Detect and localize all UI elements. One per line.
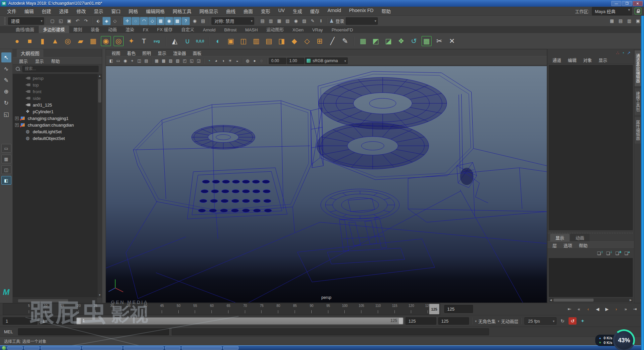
menu-item[interactable]: 变形: [257, 7, 274, 15]
outliner-menu-item[interactable]: 展示: [16, 57, 31, 64]
menu-item[interactable]: 帮助: [378, 7, 394, 15]
selection-mode-icon[interactable]: ⬖: [94, 17, 102, 25]
timeline-tick[interactable]: 45: [146, 304, 163, 315]
status-icon[interactable]: ↶: [73, 17, 82, 25]
layer-scrollbar[interactable]: ◀ ▶: [549, 298, 633, 302]
timeline-tick[interactable]: 70: [229, 304, 246, 315]
sidebar-toggle-icon[interactable]: ▥: [625, 17, 633, 25]
outliner-item[interactable]: + defaultObjectSet: [13, 135, 97, 142]
menu-item[interactable]: 网格工具: [169, 7, 195, 15]
shelf-tool-icon[interactable]: svg: [151, 35, 162, 47]
outliner-item[interactable]: + an01_125: [13, 102, 97, 108]
character-set-dropdown[interactable]: 无角色集: [475, 318, 496, 324]
timeline-tick[interactable]: 75: [246, 304, 263, 315]
timeline-tick[interactable]: 10: [30, 304, 46, 315]
layer-action-icon[interactable]: ❏✚: [615, 251, 622, 256]
viewport-toolbar-icon[interactable]: ◧: [108, 57, 115, 64]
color-management-dropdown[interactable]: sRGB gamma: [305, 57, 348, 64]
playback-end-field[interactable]: [406, 317, 436, 325]
timeline-tick[interactable]: 120: [395, 304, 412, 315]
workspace-lock-icon[interactable]: [635, 8, 641, 14]
layer-editor-tab[interactable]: 显示: [550, 234, 570, 241]
viewport-toolbar-icon[interactable]: [150, 57, 153, 64]
window-control-button[interactable]: ❐: [622, 1, 632, 6]
timeline-tick[interactable]: 105: [345, 304, 362, 315]
shelf-tool-icon[interactable]: [352, 35, 356, 47]
shelf-tool-icon[interactable]: ✂: [434, 35, 445, 47]
viewport-toolbar-icon[interactable]: [265, 57, 268, 64]
shelf-tool-icon[interactable]: ◎: [62, 35, 73, 47]
window-control-button[interactable]: ✕: [633, 1, 643, 6]
range-end-handle[interactable]: [399, 318, 403, 324]
taskbar-item[interactable]: [223, 346, 238, 350]
menu-item[interactable]: 创建: [38, 7, 55, 15]
viewport-menu-item[interactable]: 视图: [109, 49, 123, 56]
render-icon[interactable]: ▧: [284, 17, 292, 25]
outliner-item[interactable]: + pCylinder1: [13, 108, 97, 115]
layer-editor-menu-item[interactable]: 帮助: [576, 242, 591, 249]
layer-list[interactable]: [549, 258, 633, 297]
layer-editor-menu-item[interactable]: 选项: [560, 242, 575, 249]
taskbar-item[interactable]: [24, 346, 39, 350]
viewport-canvas[interactable]: persp: [106, 66, 547, 303]
sidebar-vertical-tab[interactable]: 属性编辑器: [635, 117, 641, 144]
layout-shortcut-button[interactable]: ▭: [1, 144, 11, 153]
shelf-tab[interactable]: MASH: [241, 27, 262, 33]
memory-usage-ring[interactable]: 43%: [613, 329, 635, 350]
layout-shortcut-button[interactable]: ◧: [1, 176, 11, 185]
viewport-toolbar-icon[interactable]: ◒: [234, 57, 240, 64]
current-frame-field[interactable]: [444, 305, 473, 313]
timeline-tick[interactable]: 110: [362, 304, 379, 315]
viewport-toolbar-icon[interactable]: ▭: [115, 57, 122, 64]
viewport-menu-item[interactable]: 显示: [155, 49, 169, 56]
menu-item[interactable]: UV: [275, 7, 288, 15]
shelf-tool-icon[interactable]: ✦: [126, 35, 137, 47]
shelf-tab[interactable]: VRay: [308, 27, 327, 33]
layer-editor-menu-item[interactable]: 层: [549, 242, 560, 249]
viewport-menu-item[interactable]: 着色: [124, 49, 139, 56]
shelf-tool-icon[interactable]: ◪: [383, 35, 394, 47]
shelf-tab[interactable]: FX: [139, 27, 153, 33]
viewport-toolbar-icon[interactable]: ◫: [136, 57, 143, 64]
timeline-tick[interactable]: 35: [113, 304, 130, 315]
timeline-tick[interactable]: 60: [196, 304, 212, 315]
selection-mask-icon[interactable]: ▦: [157, 17, 165, 25]
shelf-tool-icon[interactable]: 0,0,0: [194, 35, 206, 47]
shelf-tab[interactable]: 雕刻: [69, 25, 87, 33]
channel-box-menu-item[interactable]: 对象: [580, 56, 595, 63]
menu-item[interactable]: 编辑: [21, 7, 37, 15]
timeline-tick[interactable]: 65: [212, 304, 229, 315]
taskbar-item[interactable]: [182, 346, 222, 350]
scrollbar-thumb[interactable]: [98, 79, 101, 103]
viewport-toolbar-icon[interactable]: ◍: [244, 57, 251, 64]
mel-command-input[interactable]: [18, 328, 169, 335]
viewport-menu-item[interactable]: 渲染器: [170, 49, 189, 56]
playback-button[interactable]: ‹: [584, 305, 593, 313]
menu-item[interactable]: 编辑网格: [142, 7, 168, 15]
viewport-menu-item[interactable]: 面板: [190, 49, 204, 56]
menu-item[interactable]: 曲线: [222, 7, 239, 15]
viewport-toolbar-icon[interactable]: ◔: [206, 57, 212, 64]
shelf-tool-icon[interactable]: ◎: [113, 35, 124, 47]
anim-layer-dropdown[interactable]: 无动画层: [498, 318, 518, 324]
shelf-tool-icon[interactable]: ◉: [100, 35, 112, 47]
system-monitor-overlay[interactable]: ▲0 K/s ▼0 K/s 43%: [595, 329, 635, 350]
shelf-tab[interactable]: 多边形建模: [39, 25, 69, 33]
menu-item[interactable]: 网格显示: [196, 7, 222, 15]
playback-button[interactable]: ◀: [593, 305, 602, 313]
taskbar-item[interactable]: [124, 346, 164, 350]
viewport-toolbar-icon[interactable]: ▦: [153, 57, 160, 64]
animation-start-field[interactable]: [3, 317, 37, 325]
range-slider-track[interactable]: 1 125: [76, 317, 404, 325]
taskbar-item[interactable]: [165, 346, 180, 350]
shelf-tool-icon[interactable]: ◇: [301, 35, 313, 47]
tool-icon[interactable]: ⊕: [1, 86, 11, 97]
selection-mask-icon[interactable]: ◉: [165, 17, 173, 25]
playback-button[interactable]: ›: [612, 305, 621, 313]
status-icon[interactable]: ▣: [65, 17, 73, 25]
layer-action-icon[interactable]: ❏⇧: [597, 251, 603, 256]
shelf-tool-icon[interactable]: ▩: [421, 35, 432, 47]
panel-header-icon[interactable]: ↗: [627, 50, 631, 55]
login-dropdown[interactable]: [346, 17, 378, 25]
timeline-tick[interactable]: 30: [96, 304, 113, 315]
